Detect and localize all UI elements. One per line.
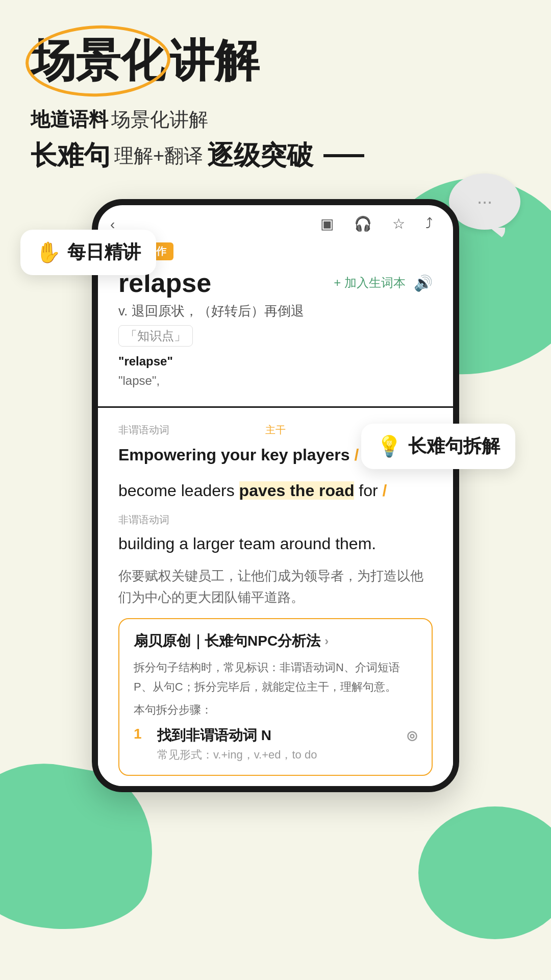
daily-text: 每日精讲 bbox=[67, 240, 141, 265]
step1-title-text: 找到非谓语动词 N bbox=[157, 726, 271, 745]
analysis-emoji: 💡 bbox=[377, 434, 402, 458]
npc-chevron-icon: › bbox=[324, 634, 329, 648]
background-blob-bottom-right bbox=[418, 806, 551, 939]
subtitle-line1-normal: 场景化讲解 bbox=[111, 107, 208, 133]
subtitle-line1-bold: 地道语料 bbox=[31, 107, 108, 133]
step1-content: 找到非谓语动词 N ◎ 常见形式：v.+ing，v.+ed，to do bbox=[157, 726, 417, 763]
npc-step-label: 本句拆分步骤： bbox=[134, 702, 417, 718]
word-context: "relapse" "lapse", bbox=[118, 352, 433, 391]
knowledge-point-text: 「知识点」 bbox=[125, 328, 186, 344]
phone-divider bbox=[98, 406, 453, 408]
word-definition: v. 退回原状，（好转后）再倒退 bbox=[118, 302, 433, 320]
step1-title: 找到非谓语动词 N ◎ bbox=[157, 726, 417, 745]
phone-mockup: ‹ ▣ 🎧 ☆ ⤴ 高频写作 relapse + 加入生词本 🔊 v. 退回原状… bbox=[92, 199, 459, 792]
card-daily-lecture[interactable]: ✋ 每日精讲 bbox=[20, 230, 156, 275]
npc-description: 拆分句子结构时，常见标识：非谓语动词N、介词短语P、从句C；拆分完毕后，就能定位… bbox=[134, 658, 417, 696]
phone-area: ✋ 每日精讲 ‹ ▣ 🎧 ☆ ⤴ 高频写作 relapse + 加入生词本 bbox=[31, 199, 520, 792]
analysis-text: 长难句拆解 bbox=[408, 434, 500, 459]
hero-title-highlighted: 场景化 bbox=[31, 31, 165, 91]
hero-title-plain: 讲解 bbox=[169, 31, 259, 91]
subtitle-line2: 长难句 理解+翻译 逐级突破 bbox=[31, 138, 520, 174]
sentence-part4: paves the road bbox=[239, 481, 355, 500]
npc-card[interactable]: 扇贝原创｜长难句NPC分析法 › 拆分句子结构时，常见标识：非谓语动词N、介词短… bbox=[118, 618, 433, 776]
subtitle-line2-part2: 逐级突破 bbox=[207, 138, 313, 174]
grammar-label-center: 主干 bbox=[265, 423, 286, 437]
daily-emoji: ✋ bbox=[36, 240, 61, 264]
highlight-oval-decoration bbox=[24, 23, 172, 99]
sentence-part5: for bbox=[359, 481, 378, 500]
word-actions: + 加入生词本 🔊 bbox=[334, 274, 433, 292]
context-word2: "lapse", bbox=[118, 374, 160, 387]
subtitle-line1: 地道语料 场景化讲解 bbox=[31, 107, 520, 133]
slash1: / bbox=[354, 446, 359, 464]
sound-icon[interactable]: 🔊 bbox=[414, 274, 433, 292]
slash2: / bbox=[383, 481, 387, 500]
dictionary-icon[interactable]: ▣ bbox=[320, 215, 334, 232]
add-vocab-button[interactable]: + 加入生词本 bbox=[334, 275, 406, 291]
sentence-part6: building a larger team around them. bbox=[118, 534, 376, 553]
step-item-1: 1 找到非谓语动词 N ◎ 常见形式：v.+ing，v.+ed，to do bbox=[134, 726, 417, 763]
underline-decoration bbox=[323, 154, 364, 157]
grammar-label-row2: 非谓语动词 bbox=[118, 513, 433, 527]
npc-title-text: 扇贝原创｜长难句NPC分析法 bbox=[134, 631, 320, 651]
step1-number: 1 bbox=[134, 726, 149, 742]
card-sentence-analysis[interactable]: 💡 长难句拆解 bbox=[361, 424, 515, 469]
subtitle-area: 地道语料 场景化讲解 长难句 理解+翻译 逐级突破 bbox=[31, 107, 520, 174]
word-header: relapse + 加入生词本 🔊 bbox=[118, 267, 433, 298]
npc-card-title: 扇贝原创｜长难句NPC分析法 › bbox=[134, 631, 417, 651]
sentence-text-line2: become leaders paves the road for / bbox=[118, 477, 433, 504]
sentence-translation: 你要赋权关键员工，让他们成为领导者，为打造以他们为中心的更大团队铺平道路。 bbox=[118, 566, 433, 608]
step1-subtitle: 常见形式：v.+ing，v.+ed，to do bbox=[157, 747, 417, 763]
step1-target-icon: ◎ bbox=[407, 728, 417, 743]
sentence-part1: Empowering your key players bbox=[118, 446, 350, 464]
subtitle-line2-bold: 长难句 bbox=[31, 138, 110, 174]
audio-icon[interactable]: 🎧 bbox=[354, 215, 372, 232]
sentence-text-line3: building a larger team around them. bbox=[118, 530, 433, 557]
star-icon[interactable]: ☆ bbox=[392, 215, 405, 232]
share-icon[interactable]: ⤴ bbox=[425, 216, 433, 232]
sentence-part3: become leaders bbox=[118, 481, 235, 500]
subtitle-line2-part1: 理解+翻译 bbox=[114, 143, 203, 169]
grammar-label-left: 非谓语动词 bbox=[118, 423, 169, 437]
context-word1: "relapse" bbox=[118, 354, 173, 368]
knowledge-point: 「知识点」 bbox=[118, 325, 193, 347]
hero-title: 场景化 讲解 bbox=[31, 31, 520, 91]
